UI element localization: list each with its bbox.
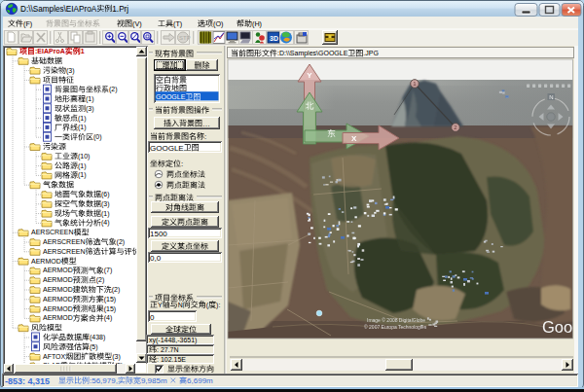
svg-text:(V): (V)	[132, 19, 142, 28]
svg-text:(2): (2)	[112, 286, 121, 294]
svg-text:3D: 3D	[270, 35, 278, 42]
svg-text:-853: 4,315: -853: 4,315	[5, 376, 50, 386]
svg-text:AERSCREEN: AERSCREEN	[43, 238, 86, 245]
svg-text::: :	[181, 160, 183, 168]
svg-text::56,979,: :56,979,	[90, 376, 118, 385]
svg-text:N: N	[549, 94, 553, 100]
svg-text:0: 0	[150, 313, 155, 322]
svg-text:(7): (7)	[104, 267, 113, 274]
svg-text::D:\\Samples\GOOGLE: :D:\\Samples\GOOGLE	[277, 50, 348, 57]
svg-text:AERMOD: AERMOD	[43, 267, 73, 273]
svg-text:D:\\Samples\EIAProA: D:\\Samples\EIAProA	[20, 5, 97, 14]
svg-text:(F): (F)	[23, 19, 32, 28]
svg-text:STP: STP	[179, 35, 191, 41]
svg-text:.JPG: .JPG	[363, 50, 379, 56]
svg-text:AFTOX: AFTOX	[43, 353, 66, 360]
svg-text:0,0: 0,0	[150, 254, 162, 263]
svg-text::: :	[204, 132, 206, 141]
svg-text:GOOGLE: GOOGLE	[150, 144, 184, 153]
svg-text:(H): (H)	[252, 19, 262, 28]
svg-text:AERMOD: AERMOD	[43, 305, 73, 312]
svg-text:(T): (T)	[173, 19, 182, 28]
svg-text:(3): (3)	[112, 353, 121, 361]
svg-text:1: 1	[81, 48, 85, 54]
svg-text:(10): (10)	[78, 153, 90, 160]
svg-text:(438): (438)	[90, 334, 105, 341]
svg-text:(3): (3)	[86, 105, 94, 113]
svg-text:(1): (1)	[78, 162, 87, 170]
svg-text:(2): (2)	[96, 276, 105, 284]
svg-text:(2): (2)	[117, 238, 126, 246]
svg-text:(1): (1)	[78, 124, 87, 131]
svg-text:(1): (1)	[78, 115, 87, 123]
svg-text:Y: Y	[158, 302, 163, 308]
svg-text:(4): (4)	[101, 219, 110, 227]
svg-text:© 2007 Europa Technologies: © 2007 Europa Technologies	[364, 324, 427, 330]
svg-text:AERMOD: AERMOD	[31, 258, 61, 265]
svg-text:(1): (1)	[86, 95, 94, 103]
svg-text:N: N	[178, 302, 183, 308]
svg-text:GOOGLE: GOOGLE	[156, 93, 186, 100]
svg-text:: 27.7N: : 27.7N	[157, 346, 179, 353]
svg-text:xy(-1448,-3651): xy(-1448,-3651)	[149, 337, 197, 344]
svg-text:AERMOD: AERMOD	[43, 296, 73, 303]
svg-text:AERMOD: AERMOD	[43, 286, 73, 293]
svg-text:Y: Y	[307, 71, 312, 80]
svg-text:AERMOD: AERMOD	[43, 314, 73, 321]
svg-text:1500: 1500	[150, 230, 167, 238]
svg-text:(1): (1)	[101, 210, 110, 218]
svg-text:1.Prj: 1.Prj	[112, 5, 128, 14]
svg-text:(6): (6)	[101, 191, 110, 198]
svg-text:: 102.15E: : 102.15E	[157, 356, 186, 363]
svg-text:…: …	[202, 120, 210, 128]
svg-text:AERSCREEN: AERSCREEN	[43, 248, 86, 255]
svg-text:):: ):	[216, 302, 220, 309]
svg-text:AERSCREEN: AERSCREEN	[31, 229, 74, 235]
svg-text:(1): (1)	[78, 171, 87, 179]
svg-text:(15): (15)	[104, 296, 116, 303]
svg-text:(3): (3)	[101, 200, 110, 208]
svg-text:(15): (15)	[104, 305, 116, 313]
svg-text:(2): (2)	[109, 86, 118, 93]
svg-text:6,699m: 6,699m	[187, 376, 213, 385]
svg-text:AERMOD: AERMOD	[43, 276, 73, 283]
svg-text:(O): (O)	[213, 19, 223, 28]
svg-text:(5): (5)	[90, 343, 98, 351]
svg-text:X: X	[351, 134, 357, 143]
svg-text:Image © 2008 DigitalGlobe: Image © 2008 DigitalGlobe	[367, 317, 425, 323]
svg-text:(3): (3)	[66, 67, 75, 75]
svg-text:(4): (4)	[104, 314, 113, 322]
svg-text:(0): (0)	[93, 133, 102, 141]
svg-text::EIAProA: :EIAProA	[35, 48, 65, 54]
svg-text:9,985m: 9,985m	[141, 376, 167, 385]
